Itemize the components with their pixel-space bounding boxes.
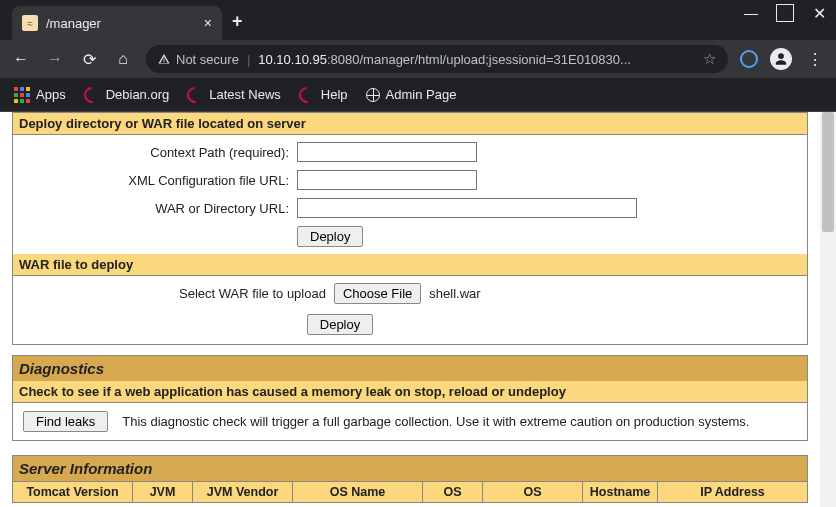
new-tab-button[interactable]: + [222, 7, 253, 40]
toolbar: ← → ⟳ ⌂ Not secure | 10.10.10.95:8080/ma… [0, 40, 836, 78]
server-info-section: Server Information Tomcat Version JVM JV… [12, 455, 808, 503]
xml-url-label: XML Configuration file URL: [29, 173, 289, 188]
debian-icon [184, 83, 207, 106]
server-col-hostname: Hostname [583, 482, 658, 503]
select-war-label: Select WAR file to upload [179, 286, 326, 301]
debian-icon [80, 83, 103, 106]
scrollbar[interactable] [820, 112, 836, 507]
bookmark-star-icon[interactable]: ☆ [703, 50, 716, 68]
war-upload-header: WAR file to deploy [13, 254, 808, 276]
back-button[interactable]: ← [10, 48, 32, 70]
server-col-os1: OS [423, 482, 483, 503]
tomcat-favicon: ≈ [22, 15, 38, 31]
page-content: Deploy directory or WAR file located on … [0, 112, 820, 507]
deploy-server-section: Deploy directory or WAR file located on … [12, 112, 808, 255]
deploy-war-button[interactable]: Deploy [307, 314, 373, 335]
scrollbar-thumb[interactable] [822, 112, 834, 232]
war-upload-section: WAR file to deploy Select WAR file to up… [12, 254, 808, 345]
diagnostics-row: Find leaks This diagnostic check will tr… [12, 403, 808, 441]
tab-title: /manager [46, 16, 196, 31]
bookmark-help[interactable]: Help [299, 87, 348, 103]
war-url-input[interactable] [297, 198, 637, 218]
diagnostics-subheader: Check to see if a web application has ca… [12, 381, 808, 403]
url-path: /manager/html/upload;jsessionid=31E01083… [360, 52, 631, 67]
war-file-row: Select WAR file to upload Choose File sh… [19, 279, 801, 308]
debian-icon [296, 83, 319, 106]
server-col-tomcat: Tomcat Version [13, 482, 133, 503]
extension-icon[interactable] [740, 50, 758, 68]
server-col-jvm-vendor: JVM Vendor [193, 482, 293, 503]
minimize-icon[interactable]: — [742, 4, 760, 22]
address-separator: | [247, 52, 250, 67]
deploy-server-header: Deploy directory or WAR file located on … [13, 113, 808, 135]
titlebar: ≈ /manager × + — ✕ [0, 0, 836, 40]
apps-label: Apps [36, 87, 66, 102]
url-port: :8080 [327, 52, 360, 67]
security-indicator[interactable]: Not secure [158, 52, 239, 67]
bookmark-admin-page[interactable]: Admin Page [366, 87, 457, 102]
apps-icon [14, 87, 30, 103]
bookmark-label: Admin Page [386, 87, 457, 102]
address-bar[interactable]: Not secure | 10.10.10.95:8080/manager/ht… [146, 45, 728, 73]
bookmark-debian[interactable]: Debian.org [84, 87, 170, 103]
bookmark-latest-news[interactable]: Latest News [187, 87, 281, 103]
context-path-label: Context Path (required): [29, 145, 289, 160]
context-path-input[interactable] [297, 142, 477, 162]
deploy-server-button[interactable]: Deploy [297, 226, 363, 247]
home-button[interactable]: ⌂ [112, 48, 134, 70]
war-url-row: WAR or Directory URL: [19, 194, 801, 222]
apps-shortcut[interactable]: Apps [14, 87, 66, 103]
forward-button[interactable]: → [44, 48, 66, 70]
not-secure-label: Not secure [176, 52, 239, 67]
xml-url-input[interactable] [297, 170, 477, 190]
menu-icon[interactable]: ⋮ [804, 48, 826, 70]
browser-tab[interactable]: ≈ /manager × [12, 6, 222, 40]
bookmark-label: Debian.org [106, 87, 170, 102]
close-window-icon[interactable]: ✕ [810, 4, 828, 22]
deploy-server-submit-row: Deploy [19, 222, 801, 251]
url-host: 10.10.10.95 [258, 52, 327, 67]
xml-url-row: XML Configuration file URL: [19, 166, 801, 194]
maximize-icon[interactable] [776, 4, 794, 22]
diagnostics-title: Diagnostics [12, 355, 808, 381]
find-leaks-button[interactable]: Find leaks [23, 411, 108, 432]
file-chooser: Choose File shell.war [334, 283, 481, 304]
bookmark-label: Help [321, 87, 348, 102]
server-info-table: Tomcat Version JVM JVM Vendor OS Name OS… [12, 481, 808, 503]
diagnostics-section: Diagnostics Check to see if a web applic… [12, 355, 808, 441]
bookmarks-bar: Apps Debian.org Latest News Help Admin P… [0, 78, 836, 112]
server-col-os-name: OS Name [293, 482, 423, 503]
window-controls: — ✕ [742, 4, 828, 22]
choose-file-button[interactable]: Choose File [334, 283, 421, 304]
war-url-label: WAR or Directory URL: [29, 201, 289, 216]
war-upload-submit-row: Deploy [19, 308, 801, 341]
context-path-row: Context Path (required): [19, 138, 801, 166]
profile-avatar-icon[interactable] [770, 48, 792, 70]
server-col-jvm: JVM [133, 482, 193, 503]
url-text: 10.10.10.95:8080/manager/html/upload;jse… [258, 52, 695, 67]
reload-button[interactable]: ⟳ [78, 48, 100, 70]
server-col-ip: IP Address [658, 482, 808, 503]
server-info-title: Server Information [12, 455, 808, 481]
tab-close-icon[interactable]: × [204, 15, 212, 31]
server-col-os2: OS [483, 482, 583, 503]
viewport: Deploy directory or WAR file located on … [0, 112, 836, 507]
warning-icon [158, 53, 170, 65]
diagnostics-description: This diagnostic check will trigger a ful… [122, 414, 749, 429]
globe-icon [366, 88, 380, 102]
bookmark-label: Latest News [209, 87, 281, 102]
chosen-filename: shell.war [429, 286, 480, 301]
